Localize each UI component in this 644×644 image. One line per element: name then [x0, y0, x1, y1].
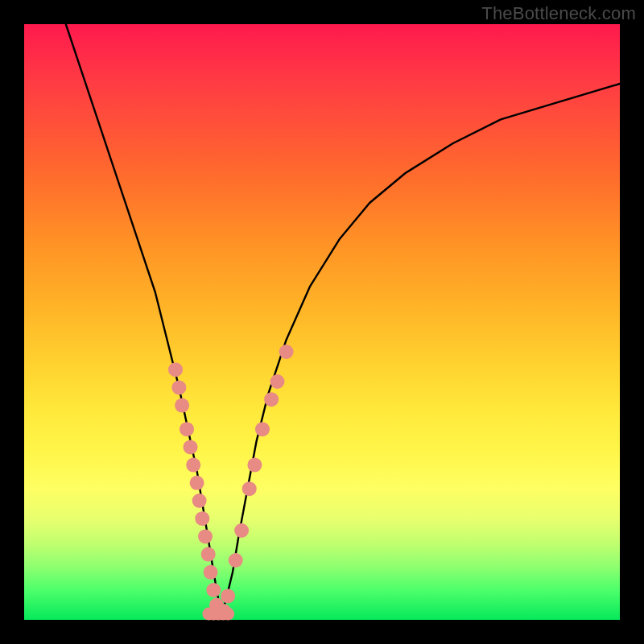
svg-point-20	[255, 422, 270, 436]
svg-point-18	[242, 481, 257, 496]
svg-point-0	[168, 362, 183, 377]
svg-point-16	[229, 553, 243, 568]
svg-point-15	[221, 588, 235, 603]
watermark-text: TheBottleneck.com	[481, 3, 636, 24]
svg-point-5	[186, 458, 200, 473]
outer-frame: TheBottleneck.com	[0, 0, 644, 644]
markers-right	[217, 345, 294, 618]
svg-point-11	[204, 565, 218, 580]
svg-point-23	[279, 345, 294, 359]
svg-point-3	[180, 422, 194, 436]
svg-point-1	[171, 380, 186, 394]
svg-point-10	[201, 547, 216, 562]
plot-area	[24, 24, 620, 620]
svg-point-4	[184, 440, 198, 454]
svg-point-12	[206, 583, 221, 597]
svg-point-17	[234, 523, 249, 538]
svg-point-6	[190, 476, 204, 490]
markers-left	[168, 362, 224, 612]
svg-point-28	[221, 608, 234, 621]
svg-point-22	[270, 374, 285, 389]
svg-point-9	[198, 529, 213, 543]
svg-point-19	[247, 458, 262, 473]
svg-point-8	[195, 511, 209, 526]
svg-point-7	[192, 493, 207, 508]
svg-point-21	[264, 392, 279, 407]
curve-line	[66, 24, 620, 614]
markers-bottom	[202, 608, 234, 621]
svg-point-2	[175, 398, 189, 413]
chart-svg	[24, 24, 620, 620]
